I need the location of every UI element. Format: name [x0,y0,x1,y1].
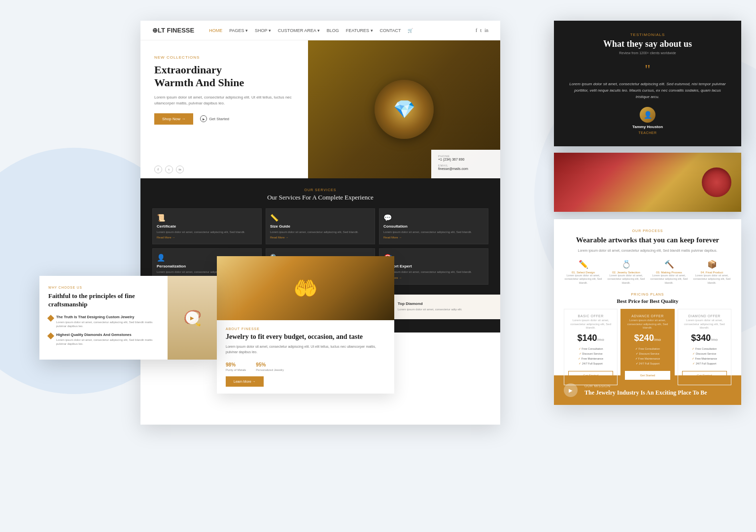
service-name: Size Guide [270,224,371,229]
diamond-bullet-2 [47,332,54,339]
feature-item: 24/7 Full Support [682,361,727,366]
nav-features[interactable]: FEATURES ▾ [346,28,373,33]
service-desc: Lorem ipsum dolor sit amet, consectetur … [383,230,484,234]
berries-visual [554,153,741,212]
nav-customer[interactable]: CUSTOMER AREA ▾ [278,28,320,33]
craft-item-desc-2: Lorem ipsum dolor sit amet, consectetur … [56,338,159,346]
price-desc-advance: Lorem ipsum dolor sit amet, consectetur … [625,319,670,330]
testimonials-label: TESTIMONIALS [568,33,727,37]
play-icon: ▶ [200,115,207,122]
get-started-button[interactable]: ▶ Get Started [200,115,229,122]
price-card-diamond: DIAMOND OFFER Lorem ipsum dolor sit amet… [678,309,731,385]
contact-phone-item: Phone +1 (234) 367 890 [438,155,493,161]
nav-social-icons: f t in [476,28,488,33]
social-dot-3[interactable]: in [176,166,184,173]
nav-contact[interactable]: CONTACT [380,28,401,33]
service-name: Support Expert [383,264,484,268]
pricing-grid: BASIC OFFER Lorem ipsum dolor sit amet, … [564,309,731,385]
get-started-diamond[interactable]: Get Started [682,371,727,380]
testimonials-subtitle: Review from 1200+ clients worldwide [568,51,727,55]
services-title: Our Services For A Complete Experience [152,194,488,201]
instagram-icon[interactable]: in [484,28,488,33]
twitter-icon[interactable]: t [480,28,481,33]
step-3-icon: 🔨 [650,260,688,269]
feature-item: Discount Service [625,351,670,356]
service-link[interactable]: Read More → [157,236,257,239]
service-desc: Lorem ipsum dolor sit amet, consectetur … [383,270,484,274]
social-dot-2[interactable]: t [165,166,173,173]
stats-row: 98% Purity of Metals 95% Personalized Je… [226,360,385,371]
step-2-icon: 💍 [607,260,646,269]
craft-text-area: WHY CHOOSE US Faithful to the principles… [39,276,168,360]
nav-pages[interactable]: PAGES ▾ [229,28,248,33]
nav-cart[interactable]: 🛒 [408,28,413,33]
service-link[interactable]: Read More → [383,236,484,239]
stat-personalized: 95% Personalized Jewelry [256,360,284,371]
about-label: ABOUT FINESSE [226,327,385,331]
craft-item-2: Highest Quality Diamonds And Gemstones L… [48,332,159,346]
service-card-consultation: 💬 Consultation Lorem ipsum dolor sit ame… [379,208,488,244]
feature-item: 24/7 Full Support [568,361,613,366]
service-link[interactable]: Read More → [270,236,371,239]
social-dot-1[interactable]: f [154,166,162,173]
hero-social-row: f t in [154,166,184,173]
services-label: OUR SERVICES [152,188,488,192]
get-started-basic[interactable]: Get Started [568,371,613,380]
exciting-title: The Jewelry Industry Is An Exciting Plac… [584,389,731,397]
nav-shop[interactable]: SHOP ▾ [255,28,271,33]
feature-diamond-text: Top Diamond Lorem ipsum dolor sit amet, … [398,301,462,311]
step-1-icon: ✏️ [564,260,603,269]
price-amount-advance: $240/mo [625,333,670,343]
play-circle-button[interactable]: ▶ [186,311,199,324]
feature-item: Discount Service [682,351,727,356]
author-name: Tammy Houston [632,125,663,129]
craft-item-content-1: The Truth Is That Designing Custom Jewel… [56,315,159,329]
price-amount-basic: $140/mo [568,333,613,343]
step-4-desc: Lorem ipsum dolor sit amet, consectetur … [692,274,731,284]
hero-buttons: Shop Now → ▶ Get Started [154,113,294,125]
service-card-size-guide: 📏 Size Guide Lorem ipsum dolor sit amet,… [266,208,375,244]
testimonials-author: 👤 Tammy Houston TEACHER [568,107,727,134]
tier-diamond: DIAMOND OFFER [682,314,727,318]
service-name: Certificate [157,224,257,229]
nav-home[interactable]: HOME [209,28,222,33]
facebook-icon[interactable]: f [476,28,477,33]
email-value: finesse@mails.com [438,167,493,170]
craft-item-content-2: Highest Quality Diamonds And Gemstones L… [56,332,159,346]
feature-item: Free Maintenance [682,356,727,361]
phone-value: +1 (234) 367 890 [438,158,493,161]
learn-more-button[interactable]: Learn More → [226,376,264,387]
play-button[interactable]: ▶ [564,383,578,397]
jewelry-circle [375,80,434,139]
nav-logo: ⊕LT FINESSE [152,27,194,34]
stat-purity-label: Purity of Metals [226,368,246,371]
hero-section: NEW COLLECTIONS Extraordinary Warmth And… [140,40,500,178]
jewelry-image-card [554,153,741,212]
exciting-label: OUR MISSION [584,384,731,388]
hero-text: NEW COLLECTIONS Extraordinary Warmth And… [140,40,308,178]
support-icon: 🎯 [383,254,484,262]
craft-item-title-1: The Truth Is That Designing Custom Jewel… [56,315,159,319]
about-desc: Lorem ipsum dolor sit amet, consectetur … [226,344,385,355]
testimonials-title: What they say about us [568,39,727,49]
step-1: ✏️ 01. Select Design Lorem ipsum dolor s… [564,260,603,284]
craftsmanship-card: WHY CHOOSE US Faithful to the principles… [39,276,217,360]
wearable-title: Wearable artworks that you can keep fore… [564,235,731,245]
get-started-advance[interactable]: Get Started [625,371,670,380]
size-guide-icon: 📏 [270,214,371,222]
wearable-label: OUR PROCESS [564,229,731,233]
about-content: ABOUT FINESSE Jewelry to fit every budge… [217,320,394,394]
service-card-certificate: 📜 Certificate Lorem ipsum dolor sit amet… [152,208,262,244]
service-desc: Lorem ipsum dolor sit amet, consectetur … [157,230,257,234]
hero-label: NEW COLLECTIONS [154,55,294,60]
price-amount-diamond: $340/mo [682,333,727,343]
step-1-desc: Lorem ipsum dolor sit amet, consectetur … [564,274,603,284]
hero-desc: Lorem ipsum dolor sit amet, consectetur … [154,95,294,106]
hands-visual: 🤲 [217,256,394,320]
about-title: Jewelry to fit every budget, occasion, a… [226,332,385,341]
nav-blog[interactable]: BLOG [327,28,339,33]
craft-image-visual: 📿 ▶ [168,276,217,360]
shop-now-button[interactable]: Shop Now → [154,113,193,125]
craft-image-area: 📿 ▶ [168,276,217,360]
service-link[interactable]: Read More → [383,276,484,279]
